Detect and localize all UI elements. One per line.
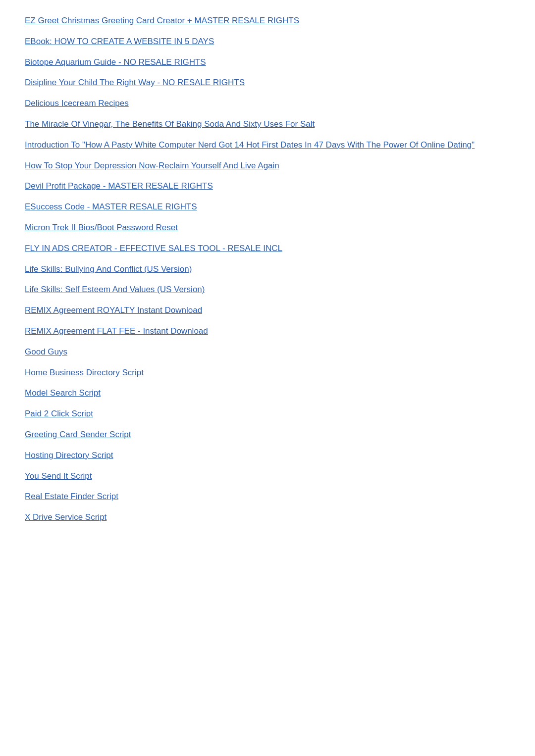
link-21-link[interactable]: Greeting Card Sender Script <box>25 430 131 439</box>
link-20-link[interactable]: Paid 2 Click Script <box>25 409 93 418</box>
link-17-link[interactable]: Good Guys <box>25 347 67 356</box>
link-12-link[interactable]: FLY IN ADS CREATOR - EFFECTIVE SALES TOO… <box>25 244 282 253</box>
list-item: EZ Greet Christmas Greeting Card Creator… <box>25 15 510 27</box>
list-item: Model Search Script <box>25 387 510 399</box>
list-item: Home Business Directory Script <box>25 367 510 379</box>
link-18-link[interactable]: Home Business Directory Script <box>25 368 144 377</box>
link-22-link[interactable]: Hosting Directory Script <box>25 451 113 460</box>
list-item: Real Estate Finder Script <box>25 491 510 503</box>
link-4-link[interactable]: Disipline Your Child The Right Way - NO … <box>25 78 245 87</box>
list-item: Disipline Your Child The Right Way - NO … <box>25 77 510 89</box>
list-item: X Drive Service Script <box>25 511 510 523</box>
link-1-link[interactable]: EZ Greet Christmas Greeting Card Creator… <box>25 16 299 25</box>
list-item: Life Skills: Self Esteem And Values (US … <box>25 284 510 296</box>
list-item: Delicious Icecream Recipes <box>25 98 510 109</box>
link-14-link[interactable]: Life Skills: Self Esteem And Values (US … <box>25 285 205 294</box>
list-item: Micron Trek II Bios/Boot Password Reset <box>25 222 510 234</box>
link-5-link[interactable]: Delicious Icecream Recipes <box>25 99 129 108</box>
link-19-link[interactable]: Model Search Script <box>25 388 101 398</box>
list-item: Biotope Aquarium Guide - NO RESALE RIGHT… <box>25 56 510 68</box>
list-item: REMIX Agreement FLAT FEE - Instant Downl… <box>25 325 510 337</box>
link-25-link[interactable]: X Drive Service Script <box>25 512 107 522</box>
list-item: FLY IN ADS CREATOR - EFFECTIVE SALES TOO… <box>25 243 510 254</box>
list-item: You Send It Script <box>25 470 510 482</box>
list-item: Hosting Directory Script <box>25 450 510 461</box>
link-23-link[interactable]: You Send It Script <box>25 471 92 481</box>
list-item: ESuccess Code - MASTER RESALE RIGHTS <box>25 201 510 213</box>
list-item: Devil Profit Package - MASTER RESALE RIG… <box>25 180 510 192</box>
list-item: Introduction To "How A Pasty White Compu… <box>25 139 510 151</box>
link-9-link[interactable]: Devil Profit Package - MASTER RESALE RIG… <box>25 181 213 191</box>
link-24-link[interactable]: Real Estate Finder Script <box>25 492 118 501</box>
link-6-link[interactable]: The Miracle Of Vinegar, The Benefits Of … <box>25 119 315 129</box>
link-8-link[interactable]: How To Stop Your Depression Now-Reclaim … <box>25 161 279 170</box>
list-item: Greeting Card Sender Script <box>25 429 510 441</box>
list-item: EBook: HOW TO CREATE A WEBSITE IN 5 DAYS <box>25 36 510 48</box>
list-item: REMIX Agreement ROYALTY Instant Download <box>25 304 510 316</box>
link-15-link[interactable]: REMIX Agreement ROYALTY Instant Download <box>25 305 202 315</box>
link-10-link[interactable]: ESuccess Code - MASTER RESALE RIGHTS <box>25 202 197 211</box>
product-link-list: EZ Greet Christmas Greeting Card Creator… <box>25 15 510 523</box>
link-2-link[interactable]: EBook: HOW TO CREATE A WEBSITE IN 5 DAYS <box>25 37 214 46</box>
link-11-link[interactable]: Micron Trek II Bios/Boot Password Reset <box>25 223 178 232</box>
link-16-link[interactable]: REMIX Agreement FLAT FEE - Instant Downl… <box>25 326 208 336</box>
link-7-link[interactable]: Introduction To "How A Pasty White Compu… <box>25 140 475 150</box>
list-item: Good Guys <box>25 346 510 358</box>
link-3-link[interactable]: Biotope Aquarium Guide - NO RESALE RIGHT… <box>25 57 206 67</box>
list-item: Paid 2 Click Script <box>25 408 510 420</box>
link-13-link[interactable]: Life Skills: Bullying And Conflict (US V… <box>25 264 192 274</box>
list-item: Life Skills: Bullying And Conflict (US V… <box>25 263 510 275</box>
list-item: How To Stop Your Depression Now-Reclaim … <box>25 160 510 172</box>
list-item: The Miracle Of Vinegar, The Benefits Of … <box>25 118 510 130</box>
